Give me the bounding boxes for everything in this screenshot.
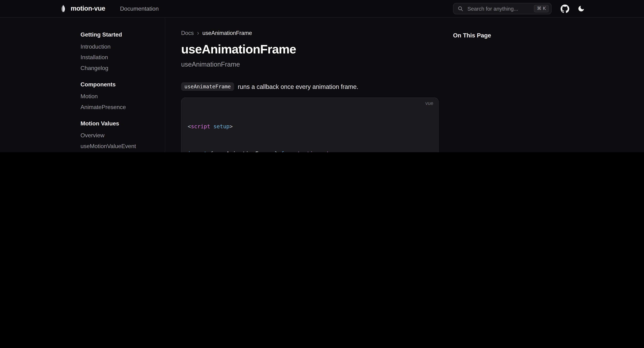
chevron-right-icon: › [197,30,199,36]
sidebar-section-getting-started: Getting Started Introduction Installatio… [80,29,165,73]
breadcrumb-docs-link[interactable]: Docs [181,30,194,36]
search-box[interactable]: ⌘ K [453,3,552,14]
description: useAnimateFrame runs a callback once eve… [181,82,438,91]
code-lang-badge: vue [425,100,433,106]
sidebar-item-animatepresence[interactable]: AnimatePresence [80,102,165,112]
navbar: motion-vue Documentation ⌘ K [0,0,644,18]
sidebar-item-usemotionvalueevent[interactable]: useMotionValueEvent [80,141,165,151]
brand-name: motion-vue [70,5,105,12]
page-subtitle: useAnimationFrame [181,60,438,69]
description-text: runs a callback once every animation fra… [238,83,358,90]
search-icon [458,6,463,12]
sidebar-item-introduction[interactable]: Introduction [80,41,165,52]
code-block: vue <script setup> import { useAnimation… [181,98,438,152]
sidebar-section-title: Components [80,79,165,90]
dark-mode-moon-icon[interactable] [578,5,585,12]
code-line: <script setup> [188,122,438,131]
sidebar-item-overview[interactable]: Overview [80,130,165,140]
sidebar-item-usemotiontemplate[interactable]: useMotionTemplate [80,151,165,152]
breadcrumb: Docs › useAnimationFrame [181,30,438,36]
code-line: import { useAnimationFrame } from 'motio… [188,149,438,152]
page: motion-vue Documentation ⌘ K [0,0,644,152]
sidebar-section-motion-values: Motion Values Overview useMotionValueEve… [80,118,165,152]
sidebar-section-title: Motion Values [80,118,165,129]
sidebar-item-installation[interactable]: Installation [80,52,165,62]
sidebar: Getting Started Introduction Installatio… [59,17,165,152]
sidebar-section-title: Getting Started [80,29,165,40]
page-title: useAnimationFrame [181,42,438,57]
sidebar-item-changelog[interactable]: Changelog [80,62,165,73]
main-content: Docs › useAnimationFrame useAnimationFra… [181,17,438,152]
github-icon[interactable] [560,4,569,13]
search-input[interactable] [467,5,531,12]
on-this-page-heading: On This Page [453,32,491,39]
nav-link-documentation[interactable]: Documentation [120,6,159,12]
sidebar-item-motion[interactable]: Motion [80,91,165,101]
brand[interactable]: motion-vue [59,5,105,13]
inline-code: useAnimateFrame [181,82,234,91]
code-content[interactable]: <script setup> import { useAnimationFram… [182,98,438,152]
search-shortcut-kbd: ⌘ K [534,5,549,12]
sidebar-section-components: Components Motion AnimatePresence [80,79,165,112]
rocket-logo-icon [59,5,68,13]
breadcrumb-current: useAnimationFrame [202,30,252,36]
